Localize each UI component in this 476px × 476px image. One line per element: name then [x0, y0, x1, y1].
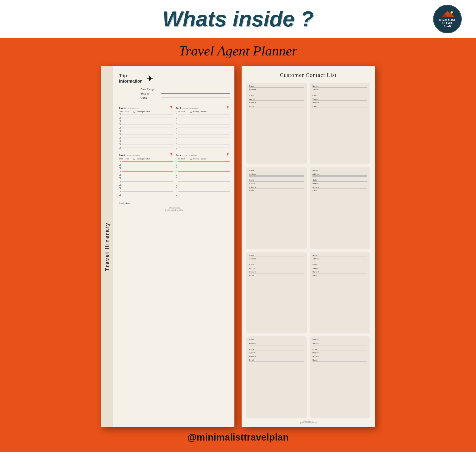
- contact-4-home: Home #: [312, 186, 367, 189]
- day-3-destination: Third Destination: [125, 154, 140, 156]
- day-3-line-11: [119, 194, 173, 196]
- contact-8-name: Name :: [312, 339, 367, 341]
- day-3-line-7: [119, 181, 173, 183]
- day-2-line-10: [176, 143, 230, 146]
- day-1-line-10: [119, 143, 173, 146]
- day-2-line-6: [176, 130, 230, 132]
- contact-3-home: Home #: [249, 186, 304, 189]
- day-1-line-3: [119, 120, 173, 122]
- plane-icon: ✈: [146, 73, 153, 84]
- day-1-line-7: [119, 134, 173, 136]
- day-2-time-row: 07.00 - 08.00 Morning breakfast: [176, 111, 230, 113]
- day-2-header: Day 2 Second Destination 📍: [176, 105, 230, 110]
- contact-4-cell: Cell #: [312, 179, 367, 182]
- svg-point-3: [451, 11, 453, 14]
- day-3-line-2: [119, 164, 173, 166]
- contact-3-name: Name :: [249, 170, 304, 172]
- contact-7-email: Email :: [249, 359, 304, 361]
- day-4-line-11: [176, 194, 230, 196]
- contact-7-address: Address :: [249, 342, 304, 346]
- day-2-line-11: [176, 147, 230, 149]
- contact-6-email: Email :: [312, 274, 367, 277]
- day-1-time: 07.00 - 08.00: [119, 111, 132, 113]
- contact-4-name: Name :: [312, 170, 367, 172]
- day-2-line-1: [176, 114, 230, 116]
- orange-section: Travel Agent Planner Travel Itinerary Tr…: [0, 38, 476, 452]
- trip-field-date: Date Range :: [140, 88, 230, 91]
- day-4-label: Day 4: [176, 154, 182, 156]
- contact-7-home: Home #: [249, 355, 304, 358]
- contact-1-name: Name :: [249, 85, 304, 87]
- contact-7-work: Work #: [249, 352, 304, 354]
- contact-1-address: Address :: [249, 88, 304, 92]
- contact-footer-line1: All designs by: [246, 420, 370, 422]
- day-3-line-9: [119, 187, 173, 189]
- contact-card-3: Name : Address : Cell # Work #: [246, 167, 307, 249]
- day-2-time: 07.00 - 08.00: [176, 111, 189, 113]
- day-4-pin-icon: 📍: [226, 153, 230, 157]
- logo-text-line3: PLAN: [444, 25, 451, 28]
- guest-label: Guest: [140, 96, 159, 99]
- day-1-pin-icon: 📍: [169, 106, 173, 109]
- subtitle: Travel Agent Planner: [179, 43, 297, 59]
- day-4-line-10: [176, 191, 230, 193]
- social-handle: @minimalisttravelplan: [187, 432, 289, 443]
- day-2-line-4: [176, 123, 230, 126]
- contact-8-work: Work #: [312, 352, 367, 354]
- day-1-line-2: [119, 117, 173, 119]
- contact-footer-line2: @MinimalistTravelPlan: [246, 422, 370, 424]
- contact-card-2: Name : Address : Cell # Work #: [310, 83, 370, 164]
- day-1-line-11: [119, 147, 173, 149]
- contact-3-email: Email :: [249, 190, 304, 192]
- logo-circle: MINIMALIST TRAVEL PLAN: [433, 5, 462, 33]
- day-1-time-row: 07.00 - 08.00 Morning breakfast: [119, 111, 173, 113]
- logo-text-line2: TRAVEL: [442, 22, 453, 25]
- itinerary-document: Travel Itinerary TripInformation ✈ Date …: [101, 66, 235, 427]
- trip-info-header: TripInformation ✈: [119, 73, 230, 84]
- contact-4-address: Address :: [312, 173, 367, 177]
- budget-line: [161, 93, 230, 94]
- date-range-line: [161, 89, 230, 89]
- contact-card-7: Name : Address : Cell # Work #: [246, 336, 307, 418]
- contact-3-address: Address :: [249, 173, 304, 177]
- documents-row: Travel Itinerary TripInformation ✈ Date …: [14, 66, 462, 427]
- contact-5-work: Work #: [249, 267, 304, 270]
- day-3-pin-icon: 📍: [169, 153, 173, 157]
- day-3-line-8: [119, 184, 173, 186]
- day-4-line-1: [176, 161, 230, 163]
- contact-6-work: Work #: [312, 267, 367, 270]
- day-2-checkbox: [190, 111, 192, 113]
- day-3-line-10: [119, 191, 173, 193]
- contact-5-email: Email :: [249, 274, 304, 277]
- day-1-line-1: [119, 114, 173, 116]
- contact-2-email: Email :: [312, 105, 367, 108]
- day-4-line-5: [176, 174, 230, 176]
- day-4-section: Day 4 Fourth Destination 📍 07.00 - 08.00…: [176, 153, 230, 197]
- day-4-checkbox: [190, 158, 192, 160]
- day-3-line-6: [119, 177, 173, 179]
- contact-2-name: Name :: [312, 85, 367, 87]
- day-2-line-3: [176, 120, 230, 122]
- day-2-section: Day 2 Second Destination 📍 07.00 - 08.00…: [176, 105, 230, 150]
- day-1-line-9: [119, 140, 173, 142]
- day-1-line-6: [119, 130, 173, 132]
- trip-field-budget: Budget :: [140, 92, 230, 95]
- contact-5-name: Name :: [249, 254, 304, 257]
- contact-8-home: Home #: [312, 355, 367, 358]
- contact-5-home: Home #: [249, 271, 304, 273]
- day-3-header: Day 3 Third Destination 📍: [119, 153, 173, 157]
- day-4-time: 07.00 - 08.00: [176, 158, 189, 160]
- contact-3-cell: Cell #: [249, 179, 304, 182]
- destination-line: [132, 203, 230, 203]
- trip-field-guest: Guest :: [140, 96, 230, 99]
- day-1-line-5: [119, 127, 173, 129]
- day-3-line-1: [119, 161, 173, 163]
- days-grid: Day 1 First Destination 📍 07.00 - 08.00 …: [119, 105, 230, 197]
- day-1-lines: [119, 114, 173, 149]
- itinerary-sidebar: Travel Itinerary: [101, 66, 113, 427]
- contact-card-8: Name : Address : Cell # Work #: [310, 336, 370, 418]
- contact-6-name: Name :: [312, 254, 367, 257]
- contact-6-address: Address :: [312, 258, 367, 261]
- day-4-line-6: [176, 177, 230, 179]
- day-3-lines: [119, 161, 173, 196]
